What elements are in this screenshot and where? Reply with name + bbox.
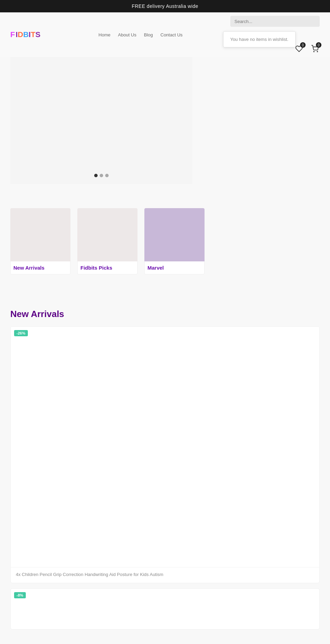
- discount-badge-2: -8%: [14, 592, 26, 598]
- category-label-marvel: Marvel: [144, 261, 205, 274]
- header: FIDBITS Home About Us Blog Contact Us Yo…: [0, 12, 330, 57]
- new-arrivals-section: New Arrivals -26% 4x Children Pencil Gri…: [0, 298, 330, 636]
- nav-blog[interactable]: Blog: [144, 32, 153, 37]
- cart-count: 0: [316, 42, 321, 48]
- wishlist-empty-text: You have no items in wishlist.: [230, 37, 288, 42]
- wishlist-count: 0: [300, 42, 306, 48]
- product-card-2: -8%: [10, 588, 320, 630]
- search-input[interactable]: [230, 16, 320, 27]
- nav-contact[interactable]: Contact Us: [161, 32, 183, 37]
- category-img-marvel: [144, 208, 205, 261]
- nav-about[interactable]: About Us: [118, 32, 136, 37]
- wishlist-dropdown: You have no items in wishlist.: [223, 31, 296, 47]
- nav-home[interactable]: Home: [99, 32, 111, 37]
- categories-section: New Arrivals Fidbits Picks Marvel: [0, 198, 330, 281]
- svg-point-0: [314, 51, 314, 52]
- product-name-1: 4x Children Pencil Grip Correction Handw…: [16, 572, 314, 578]
- main-nav: Home About Us Blog Contact Us: [99, 32, 183, 37]
- dot-3[interactable]: [105, 174, 109, 177]
- product-info-1: 4x Children Pencil Grip Correction Handw…: [11, 567, 319, 583]
- category-label-new-arrivals: New Arrivals: [10, 261, 70, 274]
- product-card-1: -26% 4x Children Pencil Grip Correction …: [10, 326, 320, 583]
- hero-dots: [94, 174, 109, 177]
- dot-2[interactable]: [100, 174, 103, 177]
- top-banner: FREE delivery Australia wide: [0, 0, 330, 12]
- category-img-new-arrivals: [10, 208, 70, 261]
- new-arrivals-title: New Arrivals: [10, 309, 320, 319]
- logo[interactable]: FIDBITS: [10, 30, 41, 39]
- banner-text: FREE delivery Australia wide: [132, 3, 198, 9]
- wishlist-icon-button[interactable]: 0: [294, 44, 304, 54]
- svg-point-1: [317, 51, 318, 52]
- category-marvel[interactable]: Marvel: [144, 208, 205, 274]
- product-image-1: [11, 327, 319, 567]
- category-img-fidbits-picks: [77, 208, 138, 261]
- dot-1[interactable]: [94, 174, 98, 177]
- category-label-fidbits-picks: Fidbits Picks: [77, 261, 138, 274]
- cart-icon-button[interactable]: 0: [310, 44, 320, 54]
- discount-badge-1: -26%: [14, 330, 28, 336]
- category-new-arrivals[interactable]: New Arrivals: [10, 208, 70, 274]
- category-fidbits-picks[interactable]: Fidbits Picks: [77, 208, 138, 274]
- hero-slider: [10, 57, 192, 184]
